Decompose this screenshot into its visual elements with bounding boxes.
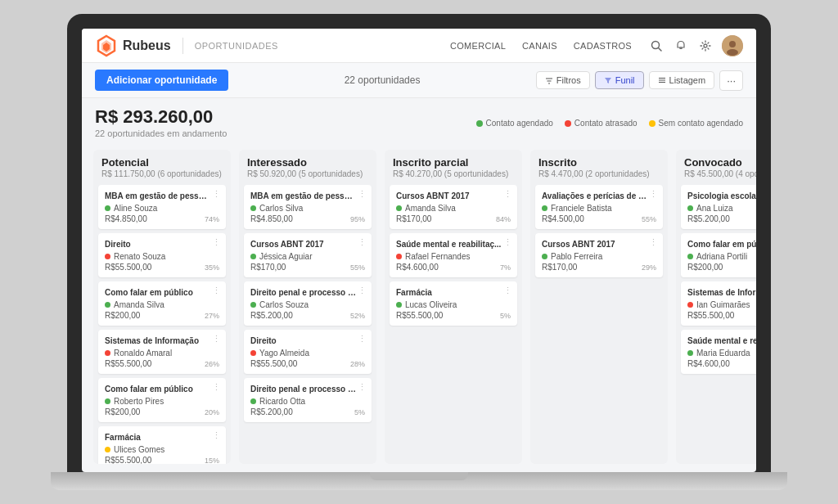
- card[interactable]: ⋮ Direito penal e processo penal Carlos …: [244, 281, 372, 326]
- card-menu-icon[interactable]: ⋮: [649, 190, 658, 199]
- legend: Contato agendado Contato atrasado Sem co…: [476, 119, 743, 128]
- card-menu-icon[interactable]: ⋮: [503, 190, 512, 199]
- card-status-dot: [396, 254, 402, 259]
- card-menu-icon[interactable]: ⋮: [212, 190, 221, 199]
- card-person-row: Ana Luiza: [687, 204, 756, 213]
- col-header-interessado: InteressadoR$ 50.920,00 (5 oportunidades…: [239, 150, 376, 182]
- card-person-row: Lucas Oliveira: [396, 300, 511, 309]
- card-menu-icon[interactable]: ⋮: [503, 286, 512, 295]
- settings-icon[interactable]: [697, 38, 714, 54]
- red-dot: [565, 120, 571, 127]
- card-menu-icon[interactable]: ⋮: [212, 431, 221, 440]
- avatar[interactable]: [722, 35, 743, 56]
- card-title: Direito: [105, 239, 211, 250]
- card-person-row: Ricardo Otta: [250, 397, 365, 406]
- card[interactable]: ⋮ Cursos ABNT 2017 Jéssica Aguiar R$170,…: [244, 233, 372, 277]
- notification-icon[interactable]: [673, 38, 689, 54]
- card-menu-icon[interactable]: ⋮: [358, 335, 367, 344]
- card[interactable]: ⋮ Direito penal e processo penal Ricardo…: [244, 378, 372, 422]
- legend-green: Contato agendado: [476, 119, 553, 128]
- card-menu-icon[interactable]: ⋮: [358, 238, 367, 247]
- card-title: Saúde mental e reabilitaç...: [687, 335, 756, 346]
- card-person-name: Aline Souza: [114, 204, 157, 213]
- card-percent: 95%: [350, 215, 365, 223]
- card-status-dot: [105, 254, 110, 259]
- card[interactable]: ⋮ Cursos ABNT 2017 Pablo Ferreira R$170,…: [535, 233, 663, 277]
- nav-divider: [182, 38, 183, 54]
- kanban-column-interessado: InteressadoR$ 50.920,00 (5 oportunidades…: [239, 150, 376, 464]
- laptop-frame: Rubeus OPORTUNIDADES COMERCIAL CANAIS CA…: [67, 14, 771, 472]
- card-status-dot: [105, 302, 110, 308]
- funnel-button[interactable]: Funil: [595, 71, 644, 89]
- card-person-row: Aline Souza: [105, 204, 219, 213]
- card-status-dot: [250, 350, 256, 356]
- card[interactable]: ⋮ Avaliações e perícias de eng... Franci…: [535, 185, 663, 229]
- card-status-dot: [250, 205, 256, 211]
- card-value: R$170,00: [250, 263, 365, 272]
- list-button[interactable]: Listagem: [649, 71, 715, 89]
- card-menu-icon[interactable]: ⋮: [503, 238, 512, 247]
- card-menu-icon[interactable]: ⋮: [358, 286, 367, 295]
- nav-cadastros[interactable]: CADASTROS: [574, 41, 632, 51]
- card-percent: 55%: [350, 263, 365, 272]
- red-label: Contato atrasado: [574, 119, 638, 128]
- card[interactable]: ⋮ Sistemas de Informação Ronaldo Amaral …: [98, 330, 226, 374]
- card-percent: 74%: [205, 215, 219, 223]
- card-status-dot: [687, 205, 693, 211]
- card[interactable]: ⋮ MBA em gestão de pessoas Carlos Silva …: [244, 185, 372, 229]
- card-value: R$55.500,00: [250, 359, 365, 368]
- card[interactable]: ⋮ Como falar em público Roberto Pires R$…: [98, 378, 226, 422]
- total-subtitle: 22 oportunidades em andamento: [95, 128, 743, 138]
- card-person-name: Ian Guimarães: [696, 300, 750, 309]
- add-opportunity-button[interactable]: Adicionar oportunidade: [95, 70, 228, 91]
- legend-red: Contato atrasado: [565, 119, 638, 128]
- kanban-column-inscrito-parcial: Inscrito parcialR$ 40.270,00 (5 oportuni…: [385, 150, 522, 464]
- screen: Rubeus OPORTUNIDADES COMERCIAL CANAIS CA…: [82, 29, 756, 472]
- card[interactable]: ⋮ MBA em gestão de pessoas Aline Souza R…: [98, 185, 226, 229]
- card-value: R$200,00: [105, 311, 219, 320]
- card-person-name: Amanda Silva: [405, 204, 456, 213]
- card[interactable]: ⋮ Cursos ABNT 2017 Amanda Silva R$170,00…: [390, 185, 517, 229]
- card-title: MBA em gestão de pessoas: [250, 191, 357, 201]
- col-header-convocado: ConvocadoR$ 45.500,00 (4 oportunidades): [676, 150, 756, 182]
- card-percent: 29%: [642, 263, 656, 272]
- card-value: R$170,00: [396, 214, 511, 223]
- card[interactable]: ⋮ Psicologia escolar e interven... Ana L…: [681, 185, 756, 229]
- search-icon[interactable]: [648, 38, 665, 54]
- card-menu-icon[interactable]: ⋮: [358, 190, 367, 199]
- card-person-row: Amanda Silva: [396, 204, 511, 213]
- card[interactable]: ⋮ Sistemas de Informação Ian Guimarães R…: [681, 281, 756, 326]
- more-options-button[interactable]: ···: [719, 70, 743, 91]
- card-person-name: Carlos Silva: [259, 204, 303, 213]
- card[interactable]: ⋮ Saúde mental e reabilitaç... Rafael Fe…: [390, 233, 517, 277]
- card-menu-icon[interactable]: ⋮: [212, 383, 221, 392]
- card[interactable]: ⋮ Direito Renato Souza R$55.500,00 35%: [98, 233, 226, 277]
- nav-canais[interactable]: CANAIS: [522, 41, 557, 51]
- card-menu-icon[interactable]: ⋮: [212, 286, 221, 295]
- card-menu-icon[interactable]: ⋮: [212, 335, 221, 344]
- col-title-inscrito-parcial: Inscrito parcial: [393, 156, 514, 169]
- card-status-dot: [105, 350, 110, 356]
- card[interactable]: ⋮ Como falar em público Amanda Silva R$2…: [98, 281, 226, 326]
- filter-button[interactable]: Filtros: [536, 71, 590, 89]
- card-person-row: Adriana Portili: [687, 252, 756, 261]
- card[interactable]: ⋮ Como falar em público Adriana Portili …: [681, 233, 756, 277]
- card-person-name: Jéssica Aguiar: [259, 252, 312, 261]
- card[interactable]: ⋮ Saúde mental e reabilitaç... Maria Edu…: [681, 330, 756, 374]
- nav-comercial[interactable]: COMERCIAL: [450, 41, 506, 51]
- card-value: R$170,00: [542, 263, 656, 272]
- card-person-row: Pablo Ferreira: [542, 252, 656, 261]
- card-person-row: Franciele Batista: [542, 204, 656, 213]
- card-percent: 27%: [205, 312, 219, 320]
- card[interactable]: ⋮ Direito Yago Almeida R$55.500,00 28%: [244, 330, 372, 374]
- card-menu-icon[interactable]: ⋮: [212, 238, 221, 247]
- card-status-dot: [250, 398, 256, 404]
- toolbar: Adicionar oportunidade 22 oportunidades …: [82, 63, 756, 98]
- filter-label: Filtros: [556, 75, 581, 85]
- card[interactable]: ⋮ Farmácia Ulices Gomes R$55.500,00 15%: [98, 426, 226, 464]
- card-menu-icon[interactable]: ⋮: [358, 383, 367, 392]
- card-status-dot: [687, 350, 693, 356]
- card-value: R$200,00: [105, 407, 219, 416]
- card[interactable]: ⋮ Farmácia Lucas Oliveira R$55.500,00 5%: [390, 281, 517, 326]
- card-menu-icon[interactable]: ⋮: [649, 238, 658, 247]
